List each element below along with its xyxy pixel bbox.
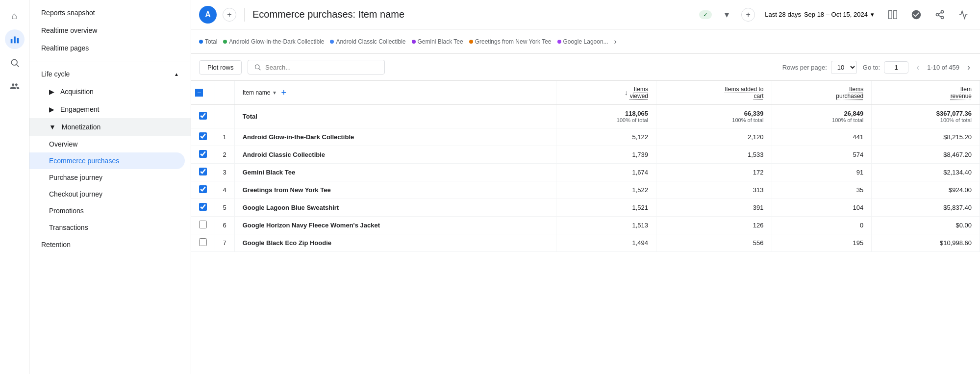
date-dropdown-icon: ▾ (871, 11, 874, 18)
home-icon-btn[interactable]: ⌂ (5, 6, 25, 25)
add-metric-button[interactable]: + (741, 8, 755, 22)
legend-android-glow[interactable]: Android Glow-in-the-Dark Collectible (223, 38, 324, 45)
legend-total[interactable]: Total (199, 38, 217, 45)
sidebar-item-acquisition[interactable]: ▶ Acquisition (29, 83, 191, 100)
row3-checkbox-cell (191, 164, 215, 181)
sidebar-item-realtime-pages[interactable]: Realtime pages (29, 39, 191, 57)
status-badge: ✓ (699, 10, 712, 19)
row7-cart: 556 (656, 234, 772, 252)
date-range-selector[interactable]: Last 28 days Sep 18 – Oct 15, 2024 ▾ (761, 8, 878, 21)
sidebar-item-checkout-journey[interactable]: Checkout journey (29, 186, 191, 202)
deselect-all-button[interactable]: − (195, 89, 203, 97)
icon-sidebar: ⌂ (0, 0, 29, 374)
row2-purchased: 574 (772, 146, 872, 164)
sidebar-item-reports-snapshot[interactable]: Reports snapshot (29, 4, 191, 22)
rows-per-page-select[interactable]: 10 25 50 (831, 61, 857, 74)
sidebar-item-transactions[interactable]: Transactions (29, 219, 191, 236)
sidebar-item-purchase-journey[interactable]: Purchase journey (29, 169, 191, 186)
legend-gemini[interactable]: Gemini Black Tee (412, 38, 463, 45)
chevron-right-icon: › (614, 37, 617, 46)
row4-cart: 313 (656, 181, 772, 199)
sort-down-icon[interactable]: ↓ (625, 89, 628, 97)
sidebar-item-overview[interactable]: Overview (29, 136, 191, 152)
lifecycle-collapse-icon: ▲ (174, 72, 179, 77)
share-icon-btn[interactable] (931, 6, 949, 24)
row4-revenue: $924.00 (872, 181, 980, 199)
nav-divider-1 (29, 61, 191, 61)
svg-point-3 (11, 59, 17, 65)
sidebar-item-monetization[interactable]: ▼ Monetization (29, 118, 191, 136)
row2-checkbox[interactable] (199, 150, 207, 158)
legend-label-google-lagoon: Google Lagoon... (563, 38, 608, 45)
total-checkbox[interactable] (199, 112, 207, 120)
table-row: 4 Greetings from New York Tee 1,522 313 … (191, 181, 980, 199)
row2-cart: 1,533 (656, 146, 772, 164)
row4-purchased: 35 (772, 181, 872, 199)
next-page-button[interactable]: › (965, 60, 972, 75)
th-item-revenue: Itemrevenue (872, 81, 980, 105)
total-cart-cell: 66,339 100% of total (656, 105, 772, 128)
sidebar-item-realtime-overview[interactable]: Realtime overview (29, 22, 191, 39)
svg-rect-2 (17, 38, 19, 43)
audience-icon-btn[interactable] (5, 76, 25, 96)
row1-name: Android Glow-in-the-Dark Collectible (234, 128, 556, 146)
row2-num: 2 (215, 146, 234, 164)
row3-checkbox[interactable] (199, 168, 207, 175)
table-row: 7 Google Black Eco Zip Hoodie 1,494 556 … (191, 234, 980, 252)
plot-rows-button[interactable]: Plot rows (199, 60, 242, 75)
row2-name: Android Classic Collectible (234, 146, 556, 164)
account-icon-btn[interactable] (907, 6, 925, 24)
row1-cart: 2,120 (656, 128, 772, 146)
svg-line-13 (259, 69, 260, 70)
item-name-dropdown-icon[interactable]: ▾ (273, 89, 276, 96)
table-row: 2 Android Classic Collectible 1,739 1,53… (191, 146, 980, 164)
legend-google-lagoon[interactable]: Google Lagoon... (557, 38, 608, 45)
sidebar-item-ecommerce-purchases[interactable]: Ecommerce purchases (29, 152, 185, 169)
dropdown-btn[interactable]: ▾ (718, 6, 735, 24)
analytics-icon-btn[interactable] (5, 29, 25, 49)
search-box[interactable] (248, 60, 385, 75)
legend-android-classic[interactable]: Android Classic Collectible (330, 38, 405, 45)
sidebar-item-promotions[interactable]: Promotions (29, 202, 191, 219)
svg-point-12 (255, 65, 260, 69)
search-input[interactable] (265, 64, 378, 71)
insights-icon-btn[interactable] (955, 6, 972, 24)
compare-icon-btn[interactable] (884, 6, 902, 24)
row6-revenue: $0.00 (872, 217, 980, 234)
goto-input[interactable] (884, 61, 908, 74)
header-divider (244, 8, 245, 22)
legend-dot-android-glow (223, 40, 227, 44)
row6-name: Google Horizon Navy Fleece Women's Jacke… (234, 217, 556, 234)
row7-checkbox[interactable] (199, 238, 207, 246)
lifecycle-section-header[interactable]: Life cycle ▲ (29, 65, 191, 83)
total-purchased-cell: 26,849 100% of total (772, 105, 872, 128)
date-value: Sep 18 – Oct 15, 2024 (804, 11, 868, 18)
table-row: 6 Google Horizon Navy Fleece Women's Jac… (191, 217, 980, 234)
th-items-purchased: Itemspurchased (772, 81, 872, 105)
prev-page-button[interactable]: ‹ (914, 60, 921, 75)
row5-name: Google Lagoon Blue Sweatshirt (234, 199, 556, 217)
row4-checkbox[interactable] (199, 185, 207, 193)
add-report-button[interactable]: + (223, 8, 236, 22)
sidebar-item-retention[interactable]: Retention (29, 236, 191, 253)
total-viewed-cell: 118,065 100% of total (556, 105, 656, 128)
total-checkbox-cell (191, 105, 215, 128)
legend-more-btn[interactable]: › (614, 37, 617, 46)
row6-checkbox[interactable] (199, 221, 207, 228)
goto-section: Go to: (863, 61, 908, 74)
legend-dot-total (199, 40, 203, 44)
svg-line-10 (938, 15, 941, 17)
row1-checkbox[interactable] (199, 132, 207, 140)
total-num-cell (215, 105, 234, 128)
total-revenue-cell: $367,077.36 100% of total (872, 105, 980, 128)
row5-checkbox[interactable] (199, 203, 207, 211)
legend-greetings[interactable]: Greetings from New York Tee (469, 38, 552, 45)
search-icon-btn[interactable] (5, 53, 25, 73)
add-column-button[interactable]: + (281, 88, 286, 98)
legend-label-greetings: Greetings from New York Tee (475, 38, 552, 45)
acquisition-expand-icon: ▶ (49, 88, 54, 96)
svg-point-7 (941, 10, 944, 13)
row5-purchased: 104 (772, 199, 872, 217)
sidebar-item-engagement[interactable]: ▶ Engagement (29, 100, 191, 118)
main-content: A + Ecommerce purchases: Item name ✓ ▾ +… (191, 0, 980, 374)
